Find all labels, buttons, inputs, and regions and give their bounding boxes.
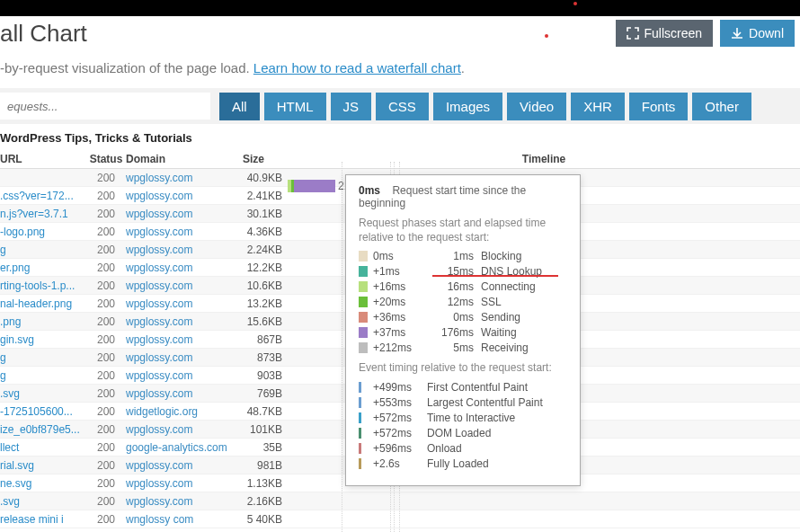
- header: all Chart Fullscreen Downl: [0, 16, 800, 57]
- cell-domain: google-analytics.com: [126, 441, 243, 454]
- cell-domain: wpglossy.com: [126, 297, 243, 310]
- phase-list: 0ms1msBlocking+1ms15msDNS Lookup+16ms16m…: [359, 250, 567, 354]
- download-icon: [731, 27, 743, 40]
- event-row: +553msLargest Contentful Paint: [359, 396, 567, 409]
- cell-size: 48.7KB: [243, 405, 288, 418]
- event-row: +596msOnload: [359, 442, 567, 455]
- cell-url: .png: [0, 315, 86, 328]
- tooltip-section2: Event timing relative to the request sta…: [359, 361, 567, 376]
- phase-duration: 0ms: [427, 311, 481, 324]
- tab-all[interactable]: All: [219, 93, 260, 120]
- cell-size: 35B: [243, 441, 288, 454]
- event-name: Onload: [427, 442, 462, 455]
- cell-size: 13.2KB: [243, 297, 288, 310]
- tab-video[interactable]: Video: [507, 93, 566, 120]
- phase-duration: 16ms: [427, 280, 481, 293]
- cell-url: rial.svg: [0, 459, 86, 472]
- event-list: +499msFirst Contentful Paint+553msLarges…: [359, 381, 567, 470]
- cell-size: 873B: [243, 351, 288, 364]
- phase-swatch: [359, 266, 368, 277]
- phase-name: Receiving: [481, 341, 529, 354]
- tab-css[interactable]: CSS: [376, 93, 429, 120]
- tab-xhr[interactable]: XHR: [571, 93, 625, 120]
- cell-url: ne.svg: [0, 477, 86, 490]
- cell-status: 200: [86, 351, 126, 364]
- phase-swatch: [359, 342, 368, 353]
- phase-row: +20ms12msSSL: [359, 296, 567, 308]
- cell-status: 200: [86, 423, 126, 436]
- phase-start: +37ms: [373, 326, 427, 339]
- phase-swatch: [359, 297, 368, 307]
- annotation-underline: [432, 275, 558, 277]
- event-time: +572ms: [373, 412, 427, 424]
- description-text: -by-request visualization of the page lo…: [0, 60, 253, 75]
- period: .: [461, 60, 465, 75]
- cell-url: ize_e0bf879e5...: [0, 423, 86, 436]
- fullscreen-label: Fullscreen: [644, 26, 703, 40]
- cell-size: 15.6KB: [243, 315, 288, 328]
- phase-start: +16ms: [373, 280, 427, 293]
- cell-status: 200: [86, 405, 126, 418]
- cell-url: rting-tools-1.p...: [0, 279, 86, 292]
- event-name: DOM Loaded: [427, 427, 491, 439]
- cell-size: 10.6KB: [243, 279, 288, 292]
- timeline-area: 0ms Request start time since the beginni…: [288, 162, 800, 532]
- phase-start: +212ms: [373, 341, 427, 354]
- event-time: +2.6s: [373, 457, 427, 470]
- phase-start: +20ms: [373, 296, 427, 308]
- cell-size: 1.13KB: [243, 477, 288, 490]
- phase-start: +1ms: [373, 265, 427, 278]
- tab-other[interactable]: Other: [692, 93, 751, 120]
- cell-domain: wpglossy.com: [126, 279, 243, 292]
- phase-swatch: [359, 281, 368, 292]
- cell-status: 200: [86, 208, 126, 220]
- cell-status: 200: [86, 279, 126, 292]
- cell-domain: wpglossy.com: [126, 333, 243, 346]
- cell-status: 200: [86, 513, 126, 526]
- phase-row: +36ms0msSending: [359, 311, 567, 324]
- tab-fonts[interactable]: Fonts: [629, 93, 689, 120]
- cell-url: g: [0, 351, 86, 364]
- cell-status: 200: [86, 226, 126, 238]
- phase-row: 0ms1msBlocking: [359, 250, 567, 262]
- top-black-bar: [0, 0, 800, 16]
- cell-domain: wpglossy.com: [126, 495, 243, 508]
- phase-name: Connecting: [481, 280, 536, 293]
- phase-swatch: [359, 312, 368, 323]
- cell-domain: widgetlogic.org: [126, 405, 243, 418]
- phase-name: Waiting: [481, 326, 517, 339]
- event-name: Largest Contentful Paint: [427, 396, 543, 409]
- download-label: Downl: [749, 26, 784, 40]
- cell-status: 200: [86, 459, 126, 472]
- cell-domain: wpglossy.com: [126, 262, 243, 274]
- description: -by-request visualization of the page lo…: [0, 60, 800, 75]
- cell-domain: wpglossy.com: [126, 208, 243, 220]
- fullscreen-button[interactable]: Fullscreen: [616, 20, 714, 47]
- cell-size: 12.2KB: [243, 262, 288, 274]
- download-button[interactable]: Downl: [720, 20, 795, 47]
- search-input[interactable]: [0, 93, 210, 120]
- cell-size: 2.24KB: [243, 244, 288, 256]
- event-time: +596ms: [373, 442, 427, 455]
- tab-images[interactable]: Images: [433, 93, 502, 120]
- phase-name: SSL: [481, 296, 502, 308]
- cell-url: nal-header.png: [0, 297, 86, 310]
- cell-size: 4.36KB: [243, 226, 288, 238]
- phase-row: +37ms176msWaiting: [359, 326, 567, 339]
- event-swatch: [359, 428, 361, 439]
- col-url: URL: [0, 153, 86, 165]
- cell-domain: wpglossy.com: [126, 423, 243, 436]
- tooltip-start-text: Request start time since the beginning: [359, 184, 526, 209]
- event-swatch: [359, 382, 361, 393]
- event-time: +572ms: [373, 427, 427, 439]
- page-subtitle: WordPress Tips, Tricks & Tutorials: [0, 124, 800, 150]
- tab-html[interactable]: HTML: [264, 93, 326, 120]
- header-buttons: Fullscreen Downl: [616, 20, 796, 47]
- cell-status: 200: [86, 172, 126, 184]
- cell-status: 200: [86, 369, 126, 382]
- event-swatch: [359, 458, 361, 469]
- learn-link[interactable]: Learn how to read a waterfall chart: [253, 60, 461, 75]
- cell-size: 2.41KB: [243, 190, 288, 202]
- cell-size: 5 40KB: [243, 513, 288, 526]
- tab-js[interactable]: JS: [331, 93, 372, 120]
